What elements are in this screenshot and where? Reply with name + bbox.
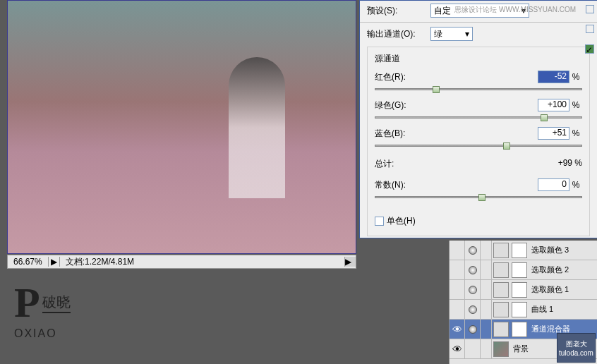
layer-mask-thumb[interactable] bbox=[512, 262, 527, 278]
green-label: 绿色(G): bbox=[375, 99, 538, 111]
preview-checkbox[interactable]: ✓ bbox=[585, 44, 594, 54]
percent-label: % bbox=[569, 72, 582, 82]
percent-label: % bbox=[569, 100, 582, 110]
status-bar: 66.67% ▶ 文档:1.22M/4.81M ▶ bbox=[7, 255, 356, 269]
total-value: +99 bbox=[558, 158, 572, 168]
canvas-photo bbox=[8, 1, 356, 253]
layer-link[interactable] bbox=[481, 280, 492, 299]
layers-panel: 选取颜色 3 选取颜色 2 选取颜色 1 曲线 1 👁 通道混合器 👁 bbox=[449, 241, 597, 364]
layer-name[interactable]: 选取颜色 3 bbox=[529, 245, 569, 255]
layer-link[interactable] bbox=[481, 260, 492, 279]
constant-input[interactable]: 0 bbox=[538, 178, 569, 191]
source-channels-group: 源通道 红色(R): -52 % 绿色(G): +100 % 蓝色(B): +5… bbox=[367, 47, 590, 236]
percent-label: % bbox=[569, 180, 582, 190]
layer-mask-thumb[interactable] bbox=[512, 282, 527, 298]
layer-blend-icon[interactable] bbox=[465, 260, 481, 279]
constant-slider[interactable] bbox=[375, 193, 582, 202]
layer-name[interactable]: 选取颜色 1 bbox=[529, 284, 569, 295]
visibility-toggle[interactable] bbox=[450, 300, 465, 319]
total-label: 总计: bbox=[375, 158, 394, 170]
blue-slider[interactable] bbox=[375, 141, 582, 151]
layer-blend-icon[interactable] bbox=[465, 300, 481, 319]
layer-blend-icon[interactable] bbox=[465, 339, 481, 358]
layer-name[interactable]: 选取颜色 2 bbox=[529, 265, 569, 275]
layer-adjust-thumb[interactable] bbox=[493, 262, 509, 278]
red-label: 红色(R): bbox=[375, 71, 538, 83]
green-input[interactable]: +100 bbox=[538, 99, 569, 111]
layer-name[interactable]: 曲线 1 bbox=[529, 304, 553, 315]
panel-menu-button[interactable] bbox=[586, 5, 594, 13]
watermark-text: 思缘设计论坛 WWW.MISSYUAN.COM bbox=[454, 5, 576, 15]
logo: P 破晓 OXIAO bbox=[14, 279, 71, 340]
chevron-down-icon: ▾ bbox=[465, 29, 469, 39]
layer-adjust-thumb[interactable] bbox=[493, 282, 509, 298]
layer-mask-thumb[interactable] bbox=[512, 322, 527, 337]
layer-link[interactable] bbox=[481, 339, 492, 358]
red-input[interactable]: -52 bbox=[538, 71, 569, 83]
zoom-level[interactable]: 66.67% bbox=[8, 257, 49, 267]
layer-thumb[interactable] bbox=[493, 341, 509, 357]
visibility-toggle[interactable] bbox=[450, 241, 465, 260]
logo-letter: P bbox=[14, 279, 40, 327]
layer-blend-icon[interactable] bbox=[465, 320, 481, 339]
visibility-toggle[interactable] bbox=[450, 260, 465, 279]
logo-english: OXIAO bbox=[14, 327, 57, 339]
layer-row[interactable]: 选取颜色 3 bbox=[450, 241, 597, 260]
layer-row[interactable]: 曲线 1 bbox=[450, 300, 597, 320]
canvas-area[interactable] bbox=[7, 0, 356, 254]
blue-label: 蓝色(B): bbox=[375, 128, 538, 140]
layer-row[interactable]: 选取颜色 2 bbox=[450, 260, 597, 280]
visibility-toggle[interactable]: 👁 bbox=[450, 320, 465, 339]
layer-blend-icon[interactable] bbox=[465, 280, 481, 299]
layer-link[interactable] bbox=[481, 320, 492, 339]
layer-link[interactable] bbox=[481, 300, 492, 319]
layer-adjust-thumb[interactable] bbox=[493, 302, 509, 317]
logo-chinese: 破晓 bbox=[42, 293, 71, 313]
constant-label: 常数(N): bbox=[375, 179, 538, 191]
play-icon[interactable]: ▶ bbox=[49, 257, 60, 267]
scroll-left[interactable]: ▶ bbox=[344, 257, 356, 267]
document-info: 文档:1.22M/4.81M bbox=[60, 256, 344, 268]
visibility-toggle[interactable]: 👁 bbox=[450, 339, 465, 358]
preset-label: 预设(S): bbox=[367, 5, 430, 17]
source-label: 源通道 bbox=[375, 53, 582, 65]
layer-mask-thumb[interactable] bbox=[512, 302, 527, 317]
output-channel-label: 输出通道(O): bbox=[367, 28, 430, 40]
blue-input[interactable]: +51 bbox=[538, 127, 569, 140]
layer-adjust-thumb[interactable] bbox=[493, 243, 509, 258]
green-slider[interactable] bbox=[375, 113, 582, 123]
monochrome-label: 单色(H) bbox=[387, 215, 416, 227]
red-slider[interactable] bbox=[375, 85, 582, 95]
layer-name[interactable]: 背景 bbox=[510, 344, 529, 354]
layer-row[interactable]: 选取颜色 1 bbox=[450, 280, 597, 300]
layer-mask-thumb[interactable] bbox=[512, 243, 527, 258]
panel-aux-button[interactable] bbox=[586, 25, 594, 33]
watermark-badge: 图老大 tuloda.com bbox=[557, 333, 596, 363]
visibility-toggle[interactable] bbox=[450, 280, 465, 299]
layer-adjust-thumb[interactable] bbox=[493, 322, 509, 337]
layer-blend-icon[interactable] bbox=[465, 241, 481, 260]
percent-label: % bbox=[569, 128, 582, 138]
monochrome-checkbox[interactable] bbox=[375, 217, 384, 226]
layer-link[interactable] bbox=[481, 241, 492, 260]
channel-mixer-panel: 思缘设计论坛 WWW.MISSYUAN.COM ✓ 预设(S): 自定▾ 输出通… bbox=[359, 0, 597, 238]
output-channel-select[interactable]: 绿▾ bbox=[430, 27, 473, 41]
